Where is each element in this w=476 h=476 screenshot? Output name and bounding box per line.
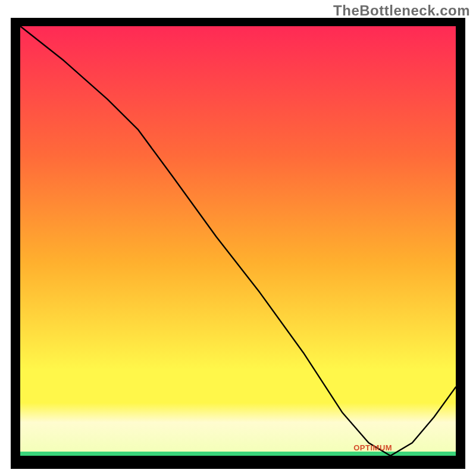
- chart-stage: TheBottleneck.com OPTIMUM: [0, 0, 476, 476]
- optimum-label: OPTIMUM: [353, 443, 392, 452]
- bottleneck-curve: [20, 26, 456, 456]
- watermark-text: TheBottleneck.com: [333, 2, 470, 19]
- plot-area: OPTIMUM: [20, 26, 456, 456]
